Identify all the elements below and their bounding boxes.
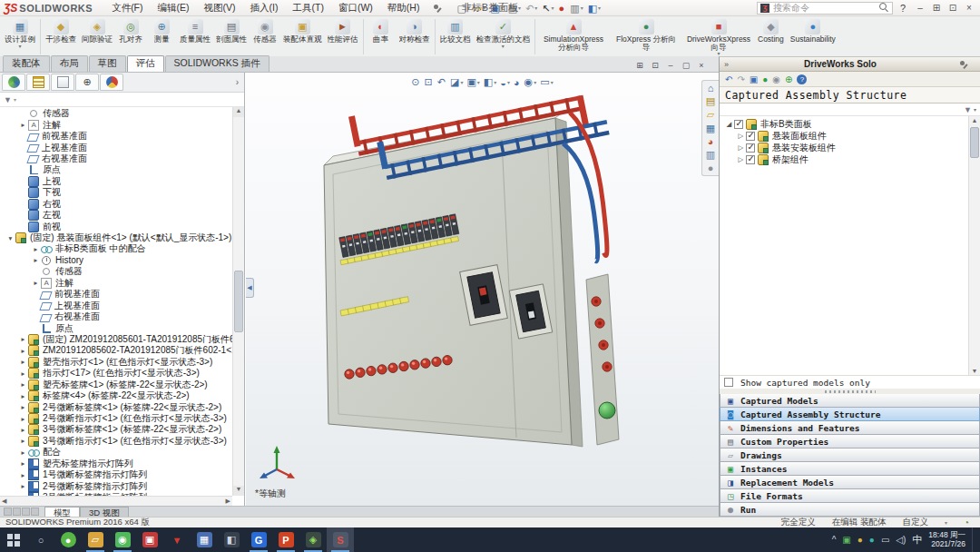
hud-button[interactable]: ▭ ▾ xyxy=(540,76,553,88)
tree-horizontal-scrollbar[interactable]: ◀▶ xyxy=(0,496,232,506)
tree-item[interactable]: ▸ 标签牌<4> (标签牌-22<显示状态-2>) xyxy=(0,390,232,401)
ribbon-button[interactable]: ◆ Costing xyxy=(755,17,787,56)
taskbar-app-button[interactable]: P xyxy=(272,527,299,552)
tree-item[interactable]: ▸ 注解 xyxy=(0,278,232,289)
dropdown-arrow-icon[interactable]: ▾ xyxy=(945,519,947,526)
driveworks-nav-button[interactable]: ◙ Captured Assembly Structure xyxy=(720,408,980,421)
expand-arrow-icon[interactable]: ▸ xyxy=(18,437,28,445)
ribbon-button[interactable] xyxy=(363,19,364,54)
tree-item[interactable]: 上视基准面 xyxy=(0,300,232,310)
panel-tab[interactable] xyxy=(100,74,123,91)
status-globe-icon[interactable]: ◔ xyxy=(964,518,969,527)
ribbon-tab[interactable]: 评估 xyxy=(127,55,164,72)
pin-panel-icon[interactable] xyxy=(959,60,968,69)
tree-item[interactable]: ▸ 2号微断标签牌<1> (标签牌-22<显示状态-2>) xyxy=(0,401,232,412)
task-pane-tab[interactable]: ● xyxy=(702,163,719,173)
ribbon-button[interactable]: ▦ 设计算例 ▾ xyxy=(2,17,38,56)
ribbon-tab[interactable]: 草图 xyxy=(89,55,126,72)
scrollbar-thumb[interactable] xyxy=(234,271,243,332)
tree-item[interactable]: ▸ 3号微断标签牌<1> (标签牌-22<显示状态-2>) xyxy=(0,424,232,435)
pin-menu-icon[interactable] xyxy=(433,4,442,13)
panel-tab[interactable] xyxy=(26,74,50,91)
window-control-button[interactable]: – xyxy=(913,3,927,13)
taskbar-app-button[interactable]: ◈ xyxy=(299,527,327,552)
ribbon-button[interactable]: ≡ 质量属性 xyxy=(177,17,213,56)
scrollbar-thumb[interactable] xyxy=(970,127,979,158)
ribbon-button[interactable]: ▤ 剖面属性 xyxy=(213,17,250,56)
expand-arrow-icon[interactable]: ▸ xyxy=(18,370,28,378)
expand-arrow-icon[interactable]: ▸ xyxy=(18,482,28,490)
driveworks-tool-icon[interactable]: ▣ xyxy=(750,74,758,84)
expand-arrow-icon[interactable]: ▸ xyxy=(18,121,28,129)
expand-arrow-icon[interactable]: ▸ xyxy=(31,279,41,287)
taskbar-app-button[interactable]: G xyxy=(245,527,272,552)
driveworks-scrollbar[interactable]: ▲ ▼ xyxy=(968,116,980,375)
tree-item[interactable]: ▸ 塑壳标签牌<1> (标签牌-22<显示状态-2>) xyxy=(0,380,232,390)
scroll-down-icon[interactable]: ▼ xyxy=(969,368,980,374)
driveworks-tool-icon[interactable]: ? xyxy=(797,74,807,84)
ribbon-button[interactable]: ● Sustainability xyxy=(787,17,839,56)
document-tab[interactable]: 3D 视图 xyxy=(80,507,129,517)
tree-item[interactable]: ▸ 注解 xyxy=(0,119,232,130)
tree-item[interactable]: ▸ (固定) ZM201912085601-TA201912085门板件601-… xyxy=(0,334,232,345)
scroll-down-icon[interactable]: ▼ xyxy=(233,486,244,496)
tree-item[interactable]: 原点 xyxy=(0,164,232,175)
expand-arrow-icon[interactable]: ▷ xyxy=(736,155,746,163)
tab-scroll-buttons[interactable] xyxy=(4,508,39,516)
driveworks-nav-button[interactable]: ▣ Instances xyxy=(720,462,980,476)
help-button[interactable]: ? xyxy=(900,3,906,14)
tree-item[interactable]: 右视基准面 xyxy=(0,153,232,164)
window-control-button[interactable]: ⊡ xyxy=(946,3,960,13)
ime-indicator[interactable]: 中 xyxy=(912,533,922,547)
ribbon-tab[interactable]: SOLIDWORKS 插件 xyxy=(165,55,270,72)
tree-item[interactable]: 前视 xyxy=(0,221,232,232)
captured-tree-item[interactable]: ▷ 桥架组件 xyxy=(721,153,968,165)
show-captured-only-row[interactable]: Show captured models only xyxy=(720,375,980,389)
taskbar-app-button[interactable]: ▱ xyxy=(82,527,109,552)
tray-icon[interactable]: ● xyxy=(869,535,875,545)
tree-item[interactable]: 上视 xyxy=(0,176,232,187)
tray-icon[interactable]: ^ xyxy=(832,535,837,545)
tree-item[interactable]: ▸ 2号微断标签牌指示灯阵列 xyxy=(0,480,232,491)
driveworks-nav-button[interactable]: ◳ File Formats xyxy=(720,489,980,503)
tree-item[interactable]: 下视 xyxy=(0,187,232,198)
ribbon-tab[interactable]: 布局 xyxy=(51,55,88,72)
tree-item[interactable]: 传感器 xyxy=(0,266,232,277)
driveworks-nav-button[interactable]: ● Run xyxy=(720,503,980,517)
doc-window-control-button[interactable]: ⊞ xyxy=(633,61,646,70)
expand-arrow-icon[interactable]: ▷ xyxy=(736,132,746,140)
tree-item[interactable]: ▸ 配合 xyxy=(0,447,232,458)
expand-arrow-icon[interactable]: ▸ xyxy=(31,256,41,264)
driveworks-tool-icon[interactable]: ◉ xyxy=(772,74,780,84)
tree-item[interactable]: 左视 xyxy=(0,210,232,221)
task-pane-tab[interactable]: ◕ xyxy=(702,136,719,147)
menu-item[interactable]: 帮助(H) xyxy=(381,1,426,15)
tree-item[interactable]: 原点 xyxy=(0,322,232,333)
window-control-button[interactable]: ⊞ xyxy=(929,3,944,13)
tree-item[interactable]: 上视基准面 xyxy=(0,142,232,153)
menu-item[interactable]: 编辑(E) xyxy=(152,1,196,15)
doc-window-control-button[interactable]: × xyxy=(695,61,708,70)
taskbar-app-button[interactable]: ▣ xyxy=(136,527,163,552)
hud-button[interactable]: ◉ ▾ xyxy=(524,76,537,88)
ribbon-button[interactable]: ◈ 间隙验证 xyxy=(79,17,115,56)
hud-button[interactable]: ⊡ xyxy=(425,76,434,88)
tray-icon[interactable]: ◁) xyxy=(896,535,906,545)
tree-item[interactable]: ▸ 1号微断标签牌指示灯阵列 xyxy=(0,469,232,480)
tree-item[interactable]: 前视基准面 xyxy=(0,131,232,142)
scroll-up-icon[interactable]: ▲ xyxy=(969,117,980,123)
tree-item[interactable]: ▸ 非标B类面板 中的配合 xyxy=(0,243,232,254)
taskbar-app-button[interactable]: ▦ xyxy=(191,527,218,552)
quick-tool-button[interactable]: ◧ ▾ xyxy=(586,2,603,15)
ribbon-button[interactable]: ▥ 比较文档 xyxy=(437,17,474,56)
ribbon-button[interactable]: ▲ SimulationXpress 分析向导 xyxy=(537,17,610,56)
ribbon-button[interactable] xyxy=(534,19,535,54)
expand-arrow-icon[interactable]: ▸ xyxy=(18,426,28,434)
driveworks-tool-icon[interactable]: ↶ xyxy=(725,74,732,84)
driveworks-tool-icon[interactable]: ↷ xyxy=(737,74,744,84)
taskbar-app-button[interactable]: ● xyxy=(54,527,82,552)
expand-arrow-icon[interactable]: ▾ xyxy=(5,234,15,242)
ribbon-button[interactable] xyxy=(435,19,436,54)
scroll-left-icon[interactable]: ◀ xyxy=(2,498,6,505)
tray-icon[interactable]: ▣ xyxy=(842,535,850,545)
